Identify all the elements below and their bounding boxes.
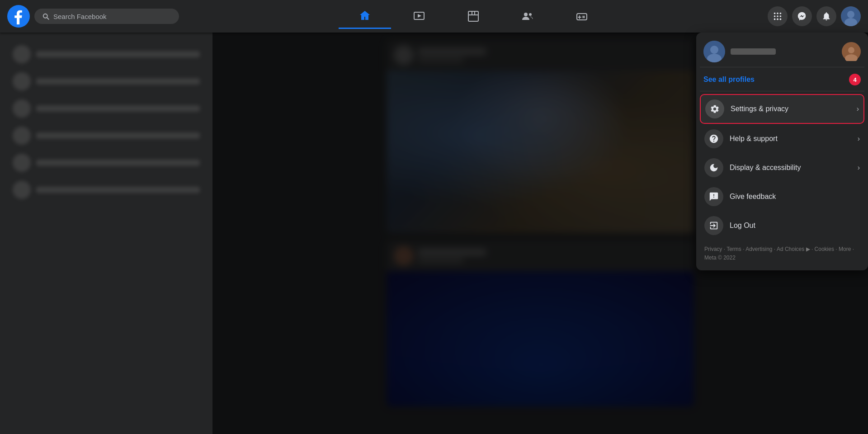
svg-point-7 [777,13,778,14]
main-content: See all profiles 4 Settings & privacy › … [0,33,868,434]
nav-marketplace[interactable] [447,4,500,29]
nav-groups[interactable] [501,4,554,29]
help-label: Help & support [730,135,858,143]
dropdown-panel: See all profiles 4 Settings & privacy › … [696,33,868,270]
gaming-icon [576,10,588,23]
menu-item-logout[interactable]: Log Out [700,212,864,240]
svg-rect-2 [468,11,478,21]
svg-point-10 [777,15,778,17]
sidebar-item [7,42,205,67]
display-arrow: › [858,164,860,172]
settings-label: Settings & privacy [731,105,857,113]
search-icon [42,12,50,20]
svg-marker-1 [418,14,421,18]
feedback-label: Give feedback [730,193,860,201]
sidebar-item [7,123,205,148]
display-icon-circle [704,158,723,177]
settings-icon-circle [705,99,724,118]
watch-icon [413,10,425,23]
svg-point-3 [524,13,528,16]
search-placeholder: Search Facebook [53,13,107,20]
svg-point-6 [774,13,776,14]
apps-button[interactable] [768,6,788,26]
terms-link[interactable]: Terms [726,246,741,252]
grid-icon [773,11,783,21]
profile-name [731,48,776,55]
navbar-left: Search Facebook [7,5,179,28]
menu-item-display[interactable]: Display & accessibility › [700,154,864,182]
sidebar-item [7,96,205,121]
navbar: Search Facebook [0,0,868,33]
svg-point-16 [847,11,854,18]
sidebar-item [7,150,205,175]
ad-choices-link[interactable]: Ad Choices ▶ [777,246,810,252]
avatar-image [841,6,861,26]
svg-point-19 [710,46,718,54]
sidebar-item [7,177,205,203]
svg-point-14 [780,19,782,20]
notifications-button[interactable] [816,6,836,26]
display-label: Display & accessibility [730,164,858,172]
messenger-icon [797,11,807,21]
help-arrow: › [858,135,860,143]
settings-arrow: › [857,105,859,113]
see-all-profiles-link[interactable]: See all profiles [703,75,755,84]
profile-avatar-nav[interactable] [841,6,861,26]
secondary-avatar[interactable] [842,42,861,61]
logout-icon-circle [704,216,723,235]
feedback-icon-circle [704,187,723,206]
facebook-logo[interactable] [7,5,30,28]
groups-icon [521,10,534,23]
advertising-link[interactable]: Advertising [745,246,772,252]
home-icon [359,9,371,22]
svg-point-11 [780,15,782,17]
menu-item-help[interactable]: Help & support › [700,125,864,153]
secondary-avatar-svg [842,42,861,61]
navbar-right [768,6,861,26]
nav-home[interactable] [339,4,391,29]
svg-point-4 [529,13,532,16]
feedback-icon [709,192,719,202]
messenger-button[interactable] [792,6,812,26]
nav-watch[interactable] [393,4,445,29]
profile-avatar[interactable] [703,41,725,62]
marketplace-icon [467,10,480,23]
moon-icon [709,163,719,173]
svg-point-9 [774,15,776,17]
avatar-svg [703,41,725,62]
more-link[interactable]: More [839,246,851,252]
menu-item-feedback[interactable]: Give feedback [700,183,864,211]
profile-info [703,41,776,62]
help-icon [709,134,719,144]
help-icon-circle [704,129,723,148]
cookies-link[interactable]: Cookies [815,246,834,252]
footer-links: Privacy · Terms · Advertising · Ad Choic… [700,241,864,265]
notification-badge: 4 [849,74,861,85]
svg-point-22 [848,47,854,53]
sidebar-content [0,37,212,209]
search-bar[interactable]: Search Facebook [34,9,179,24]
navbar-center [339,4,608,29]
logout-icon [709,221,719,231]
see-all-profiles-row: See all profiles 4 [700,71,864,91]
svg-point-12 [774,19,776,20]
left-sidebar [0,33,212,434]
nav-gaming[interactable] [556,4,608,29]
bell-icon [821,11,831,21]
svg-point-13 [777,19,778,20]
copyright: Meta © 2022 [704,255,736,261]
privacy-link[interactable]: Privacy [704,246,722,252]
gear-icon [710,104,720,114]
logout-label: Log Out [730,222,860,230]
svg-point-8 [780,13,782,14]
menu-item-settings[interactable]: Settings & privacy › [700,94,864,124]
sidebar-item [7,69,205,94]
profile-section [700,38,864,67]
